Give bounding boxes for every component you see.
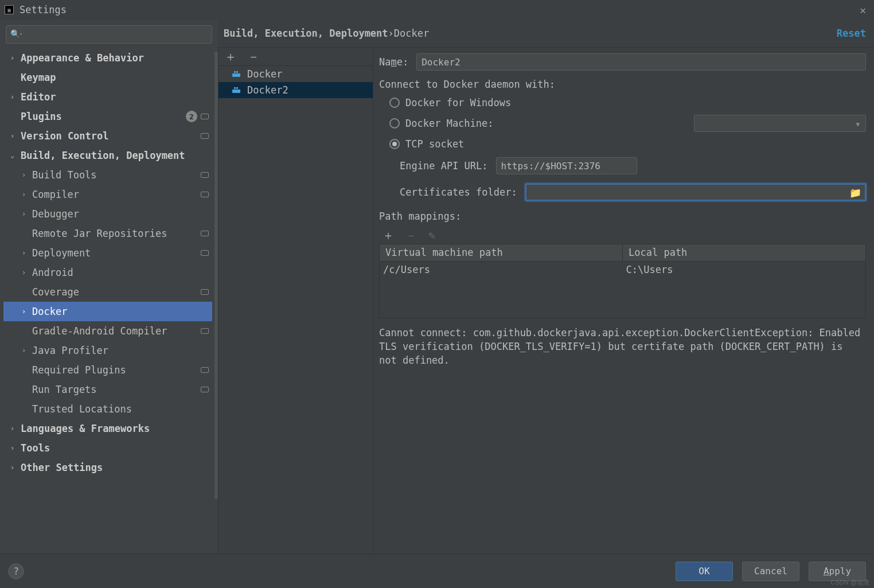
path-mappings-label: Path mappings:	[379, 211, 866, 222]
chevron-icon: ›	[10, 464, 21, 472]
tree-item-label: Build, Execution, Deployment	[21, 150, 185, 161]
docker-machine-select[interactable]	[694, 115, 866, 132]
project-scope-icon	[201, 367, 209, 373]
config-item-docker2[interactable]: Docker2	[219, 82, 373, 98]
breadcrumb-separator: ›	[388, 28, 394, 39]
docker-icon	[232, 70, 243, 78]
tree-item-label: Docker	[32, 306, 67, 317]
sidebar-item-docker[interactable]: ›Docker	[3, 302, 212, 321]
radio-icon[interactable]	[389, 98, 400, 108]
ok-button[interactable]: OK	[676, 562, 733, 581]
sidebar-item-compiler[interactable]: ›Compiler	[3, 185, 212, 204]
tree-item-label: Java Profiler	[32, 345, 108, 356]
chevron-icon: ›	[22, 307, 32, 316]
chevron-icon: ⌄	[10, 151, 21, 159]
app-logo-icon: ▣	[5, 5, 14, 14]
sidebar-item-android[interactable]: ›Android	[3, 263, 212, 282]
chevron-icon: ›	[10, 444, 21, 452]
sidebar-item-deployment[interactable]: ›Deployment	[3, 243, 212, 263]
browse-folder-icon[interactable]: 📁	[849, 187, 861, 198]
add-path-icon[interactable]: ＋	[383, 228, 394, 243]
sidebar-item-version-control[interactable]: ›Version Control	[3, 126, 212, 146]
sidebar-item-coverage[interactable]: Coverage	[3, 282, 212, 302]
sidebar-item-appearance-behavior[interactable]: ›Appearance & Behavior	[3, 48, 212, 68]
sidebar-item-build-execution-deployment[interactable]: ⌄Build, Execution, Deployment	[3, 146, 212, 165]
sidebar-item-editor[interactable]: ›Editor	[3, 87, 212, 107]
config-list-panel: ＋ － DockerDocker2	[218, 47, 373, 554]
sidebar-item-required-plugins[interactable]: Required Plugins	[3, 360, 212, 380]
update-count-badge: 2	[186, 111, 197, 122]
close-icon[interactable]: ✕	[856, 4, 869, 16]
sidebar-item-keymap[interactable]: Keymap	[3, 68, 212, 87]
cancel-button[interactable]: Cancel	[742, 562, 799, 581]
radio-tcp-socket[interactable]: TCP socket	[379, 134, 866, 154]
sidebar-item-run-targets[interactable]: Run Targets	[3, 380, 212, 399]
radio-icon[interactable]	[389, 118, 400, 128]
remove-path-icon[interactable]: －	[405, 228, 417, 243]
remove-config-icon[interactable]: －	[247, 50, 260, 63]
sidebar: 🔍 ▾ ›Appearance & BehaviorKeymap›EditorP…	[0, 20, 218, 554]
sidebar-item-java-profiler[interactable]: ›Java Profiler	[3, 341, 212, 360]
breadcrumb-current: Docker	[394, 28, 429, 39]
radio-docker-windows[interactable]: Docker for Windows	[379, 92, 866, 113]
sidebar-item-remote-jar-repositories[interactable]: Remote Jar Repositories	[3, 224, 212, 243]
config-item-label: Docker2	[247, 84, 288, 96]
window-title: Settings	[19, 4, 856, 15]
project-scope-icon	[201, 250, 209, 256]
sidebar-item-debugger[interactable]: ›Debugger	[3, 204, 212, 224]
project-scope-icon	[201, 289, 209, 295]
chevron-icon: ›	[22, 249, 32, 257]
tree-item-label: Run Targets	[32, 384, 97, 395]
tree-item-label: Languages & Frameworks	[21, 423, 150, 434]
tree-item-label: Keymap	[21, 72, 56, 83]
path-mappings-table[interactable]: Virtual machine path Local path /c/Users…	[379, 244, 866, 318]
chevron-icon: ›	[10, 425, 21, 433]
project-scope-icon	[201, 328, 209, 334]
project-scope-icon	[201, 231, 209, 236]
help-button[interactable]: ?	[8, 563, 24, 579]
search-input[interactable]	[6, 25, 212, 44]
search-history-icon[interactable]: ▾	[19, 31, 22, 37]
chevron-icon: ›	[22, 210, 32, 218]
chevron-icon: ›	[22, 268, 32, 277]
tree-item-label: Remote Jar Repositories	[32, 228, 167, 239]
tree-item-label: Coverage	[32, 286, 79, 298]
tree-item-label: Editor	[21, 91, 56, 103]
reset-link[interactable]: Reset	[837, 28, 866, 39]
tree-item-label: Gradle-Android Compiler	[32, 325, 167, 337]
sidebar-item-languages-frameworks[interactable]: ›Languages & Frameworks	[3, 419, 212, 438]
sidebar-item-trusted-locations[interactable]: Trusted Locations	[3, 399, 212, 419]
add-config-icon[interactable]: ＋	[224, 50, 237, 63]
tree-item-label: Plugins	[21, 111, 62, 122]
name-input[interactable]	[416, 53, 866, 71]
table-row[interactable]: /c/Users C:\Users	[380, 262, 865, 279]
connect-section-label: Connect to Docker daemon with:	[379, 79, 866, 90]
certs-folder-input[interactable]	[525, 184, 866, 201]
search-icon: 🔍	[10, 29, 20, 38]
engine-url-input[interactable]	[496, 157, 637, 174]
tree-item-label: Android	[32, 267, 73, 278]
tree-item-label: Build Tools	[32, 169, 97, 181]
sidebar-item-tools[interactable]: ›Tools	[3, 438, 212, 458]
project-scope-icon	[201, 114, 209, 119]
sidebar-item-build-tools[interactable]: ›Build Tools	[3, 165, 212, 185]
config-item-label: Docker	[247, 68, 282, 80]
tree-item-label: Debugger	[32, 208, 79, 220]
watermark: CSDN @渝湮	[831, 578, 869, 587]
scrollbar[interactable]	[214, 52, 218, 499]
edit-path-icon[interactable]: ✎	[428, 228, 435, 242]
config-item-docker[interactable]: Docker	[219, 66, 373, 82]
settings-tree[interactable]: ›Appearance & BehaviorKeymap›EditorPlugi…	[3, 48, 214, 554]
col-local-path: Local path	[623, 244, 865, 261]
sidebar-item-plugins[interactable]: Plugins2	[3, 107, 212, 126]
sidebar-item-other-settings[interactable]: ›Other Settings	[3, 458, 212, 477]
chevron-icon: ›	[22, 346, 32, 355]
radio-docker-machine[interactable]: Docker Machine:	[379, 113, 866, 134]
breadcrumb: Build, Execution, Deployment › Docker Re…	[218, 20, 874, 47]
sidebar-item-gradle-android-compiler[interactable]: Gradle-Android Compiler	[3, 321, 212, 341]
config-list[interactable]: DockerDocker2	[219, 66, 373, 554]
project-scope-icon	[201, 192, 209, 197]
config-toolbar: ＋ －	[219, 48, 373, 66]
radio-icon[interactable]	[389, 139, 400, 149]
tree-item-label: Appearance & Behavior	[21, 52, 144, 64]
